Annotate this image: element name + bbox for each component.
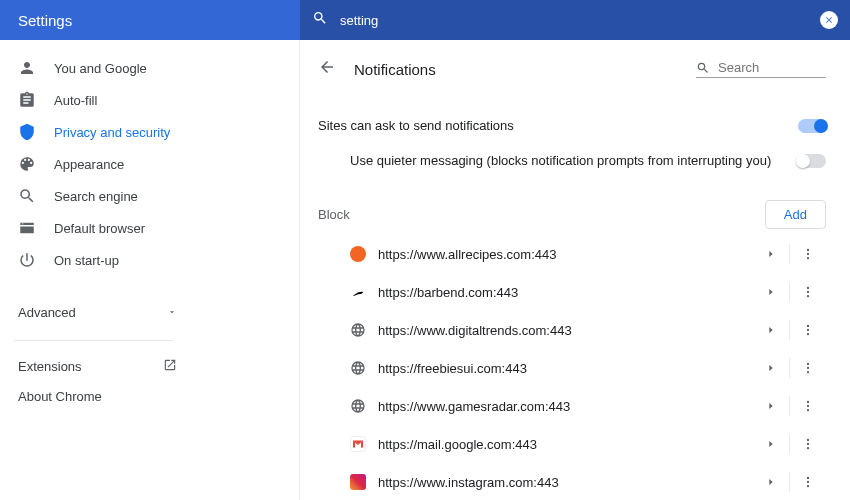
instagram-icon [350,474,366,490]
site-expand-button[interactable] [753,463,789,500]
toggle-quiet[interactable] [798,154,826,168]
globe-icon [350,322,366,338]
block-section-header: Block Add [318,200,826,229]
sidebar-item-label: You and Google [54,61,147,76]
shield-icon [18,123,36,141]
site-url: https://www.gamesradar.com:443 [378,399,753,414]
globe-icon [350,398,366,414]
sidebar: You and GoogleAuto-fillPrivacy and secur… [0,40,300,500]
svg-point-8 [807,333,809,335]
top-bar: Settings [0,0,850,40]
site-expand-button[interactable] [753,349,789,387]
search-icon [312,10,328,30]
site-row[interactable]: https://www.instagram.com:443 [318,463,826,500]
sub-search-input[interactable] [718,60,818,75]
site-expand-button[interactable] [753,273,789,311]
block-label: Block [318,207,350,222]
site-more-button[interactable] [790,311,826,349]
setting-ask-row: Sites can ask to send notifications [318,108,826,143]
site-row[interactable]: https://www.digitaltrends.com:443 [318,311,826,349]
person-icon [18,59,36,77]
site-expand-button[interactable] [753,387,789,425]
svg-point-0 [807,249,809,251]
power-icon [18,251,36,269]
globe-icon [350,360,366,376]
sidebar-item-label: Appearance [54,157,124,172]
sidebar-item-label: Default browser [54,221,145,236]
svg-point-5 [807,295,809,297]
setting-ask-label: Sites can ask to send notifications [318,118,514,133]
sidebar-extensions-label: Extensions [18,359,82,374]
search-icon [696,61,710,75]
global-search[interactable] [300,0,850,40]
site-row[interactable]: https://www.gamesradar.com:443 [318,387,826,425]
svg-point-13 [807,405,809,407]
svg-point-12 [807,401,809,403]
svg-point-11 [807,371,809,373]
site-row[interactable]: https://mail.google.com:443 [318,425,826,463]
sidebar-divider [14,340,174,341]
back-button[interactable] [318,58,336,80]
site-url: https://www.allrecipes.com:443 [378,247,753,262]
svg-point-14 [807,409,809,411]
svg-point-4 [807,291,809,293]
sidebar-about-label: About Chrome [18,389,102,404]
site-more-button[interactable] [790,349,826,387]
svg-point-10 [807,367,809,369]
site-expand-button[interactable] [753,425,789,463]
sidebar-item-label: Privacy and security [54,125,170,140]
global-search-input[interactable] [340,13,808,28]
site-more-button[interactable] [790,463,826,500]
sidebar-extensions[interactable]: Extensions [0,351,195,381]
palette-icon [18,155,36,173]
site-more-button[interactable] [790,387,826,425]
setting-quiet-label: Use quieter messaging (blocks notificati… [350,153,771,168]
site-row[interactable]: https://www.allrecipes.com:443 [318,235,826,273]
add-button[interactable]: Add [765,200,826,229]
svg-point-16 [807,443,809,445]
block-list: https://www.allrecipes.com:443 https://b… [318,235,826,500]
toggle-ask[interactable] [798,119,826,133]
sub-search[interactable] [696,60,826,78]
site-url: https://www.digitaltrends.com:443 [378,323,753,338]
sidebar-item-power[interactable]: On start-up [0,244,199,276]
content-area: Notifications Sites can ask to send noti… [300,40,850,500]
site-url: https://barbend.com:443 [378,285,753,300]
sidebar-item-palette[interactable]: Appearance [0,148,199,180]
sidebar-item-label: On start-up [54,253,119,268]
setting-quiet-row: Use quieter messaging (blocks notificati… [318,143,826,178]
site-url: https://mail.google.com:443 [378,437,753,452]
site-row[interactable]: https://barbend.com:443 [318,273,826,311]
svg-point-9 [807,363,809,365]
site-expand-button[interactable] [753,311,789,349]
app-title: Settings [0,12,300,29]
sidebar-advanced[interactable]: Advanced [0,294,195,330]
sidebar-item-assignment[interactable]: Auto-fill [0,84,199,116]
svg-point-7 [807,329,809,331]
gmail-icon [350,436,366,452]
sidebar-item-browser[interactable]: Default browser [0,212,199,244]
svg-point-1 [807,253,809,255]
site-row[interactable]: https://freebiesui.com:443 [318,349,826,387]
sidebar-advanced-label: Advanced [18,305,76,320]
svg-point-18 [807,477,809,479]
site-more-button[interactable] [790,425,826,463]
sidebar-item-search[interactable]: Search engine [0,180,199,212]
svg-point-2 [807,257,809,259]
svg-point-6 [807,325,809,327]
sidebar-about[interactable]: About Chrome [0,381,195,411]
site-url: https://www.instagram.com:443 [378,475,753,490]
svg-point-20 [807,485,809,487]
sidebar-item-shield[interactable]: Privacy and security [0,116,199,148]
sidebar-item-label: Auto-fill [54,93,97,108]
site-favicon [350,284,366,300]
sidebar-item-person[interactable]: You and Google [0,52,199,84]
site-more-button[interactable] [790,235,826,273]
site-favicon [350,246,366,262]
site-url: https://freebiesui.com:443 [378,361,753,376]
svg-point-19 [807,481,809,483]
site-more-button[interactable] [790,273,826,311]
clear-search-button[interactable] [820,11,838,29]
chevron-down-icon [167,305,177,320]
site-expand-button[interactable] [753,235,789,273]
